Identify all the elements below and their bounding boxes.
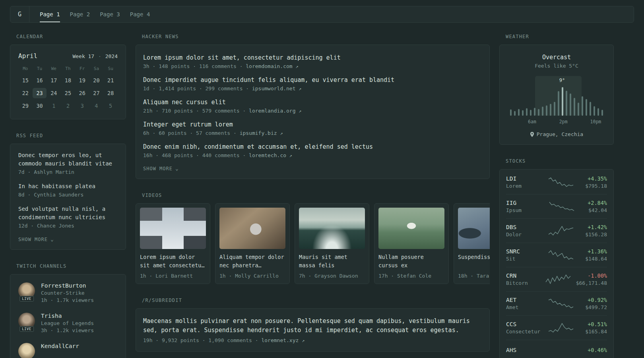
weather-bar xyxy=(534,108,535,116)
rss-item[interactable]: Donec tempor eros leo, ut commodo mauris… xyxy=(18,151,118,175)
hn-domain-link[interactable]: ipsumify.biz xyxy=(240,130,277,136)
rss-item-title: In hac habitasse platea xyxy=(18,182,118,191)
weather-bar xyxy=(526,108,528,116)
external-link-icon: ↗ xyxy=(289,153,292,158)
weather-location-label: Prague, Czechia xyxy=(537,131,583,137)
hn-item-title[interactable]: Donec enim nibh, condimentum et accumsan… xyxy=(143,143,373,150)
stock-row[interactable]: AET Amet +0.92% $499.72 xyxy=(506,292,607,316)
hn-meta-text: 16h · 468 points · 440 comments · xyxy=(143,152,246,158)
calendar-day-today: 23 xyxy=(33,88,47,98)
weekday-label: Th xyxy=(61,66,75,71)
weather-bar xyxy=(558,91,559,116)
weather-bar xyxy=(522,110,524,116)
stock-change: +0.46% xyxy=(588,347,607,353)
weather-hour-label: 10pm xyxy=(590,119,601,125)
dashboard-columns: CALENDAR April Week 17 · 2024 MoTuWeThFr… xyxy=(10,34,644,358)
twitch-widget: TWITCH CHANNELS LIVE ForrestBurton Count… xyxy=(10,263,126,358)
video-row: Lorem ipsum dolor sit amet consectetu… 1… xyxy=(136,203,490,284)
twitch-channel[interactable]: LIVE ForrestBurton Counter-Strike 1h · 1… xyxy=(18,282,118,303)
stock-id: IIG Ipsum xyxy=(506,200,543,213)
stock-sparkline xyxy=(548,323,574,333)
hn-domain-link[interactable]: loremlandia.org xyxy=(249,108,295,114)
video-meta: 17h · Stefan Cole xyxy=(378,273,444,279)
weather-bar xyxy=(601,110,603,116)
reddit-domain-link[interactable]: loremnet.xyz xyxy=(261,337,299,343)
stock-id: CRN Bitcorn xyxy=(506,272,543,286)
calendar-weekdays: MoTuWeThFrSaSu xyxy=(18,66,118,71)
weather-bar xyxy=(586,99,587,116)
stock-values: +1.42% $156.28 xyxy=(585,224,607,237)
weather-bar xyxy=(510,109,512,116)
twitch-channel[interactable]: KendallCarr xyxy=(18,343,118,358)
right-column: WEATHER Overcast Feels like 5°C 9° 6am2p… xyxy=(499,34,614,358)
section-title-rss: RSS FEED xyxy=(16,133,126,138)
hn-domain-link[interactable]: ipsumworld.net xyxy=(252,86,296,91)
rss-item-title: Donec tempor eros leo, ut commodo mauris… xyxy=(18,151,118,168)
section-title-subreddit: /R/SUBREDDIT xyxy=(142,298,490,303)
show-more-label: SHOW MORE xyxy=(143,166,173,171)
stock-name: Consectetur xyxy=(506,329,543,335)
stock-row[interactable]: IIG Ipsum +2.84% $42.04 xyxy=(506,195,607,219)
video-thumbnail xyxy=(458,208,490,249)
stock-change: +4.35% xyxy=(585,175,607,182)
rss-item[interactable]: Sed volutpat nulla nisl, a condimentum n… xyxy=(18,205,118,229)
hn-show-more-button[interactable]: SHOW MORE ⌄ xyxy=(143,165,179,172)
video-card[interactable]: Mauris sit amet massa felis 7h · Grayson… xyxy=(295,203,369,284)
hn-item-title[interactable]: Aliquam nec cursus elit xyxy=(143,99,226,106)
separator-dot: · xyxy=(97,53,102,59)
hn-domain-link[interactable]: loremtech.co xyxy=(249,152,286,158)
stock-values: +0.46% xyxy=(588,347,607,354)
twitch-channel[interactable]: LIVE Trisha League of Legends 3h · 1.2k … xyxy=(18,313,118,333)
video-card[interactable]: Nullam posuere cursus ex 17h · Stefan Co… xyxy=(374,203,449,284)
calendar-week-label: Week 17 xyxy=(72,53,94,59)
stock-id: LDI Lorem xyxy=(506,175,543,189)
hn-item-title[interactable]: Donec imperdiet augue tincidunt felis al… xyxy=(143,76,394,84)
hackernews-card: Lorem ipsum dolor sit amet, consectetur … xyxy=(136,45,490,179)
stock-row[interactable]: CRN Bitcorn -1.00% $66,171.48 xyxy=(506,267,607,292)
calendar-day: 5 xyxy=(103,101,118,111)
stock-price: $156.28 xyxy=(585,232,607,237)
stock-ticker: LDI xyxy=(506,175,543,182)
rss-item[interactable]: In hac habitasse platea 8d · Cynthia Sau… xyxy=(18,182,118,198)
external-link-icon: ↗ xyxy=(296,64,299,69)
tab-page-3[interactable]: Page 3 xyxy=(100,6,120,22)
calendar-day: 22 xyxy=(18,88,33,98)
stock-row[interactable]: CCS Consectetur +0.51% $165.84 xyxy=(506,316,607,340)
reddit-post-title[interactable]: Maecenas mollis pulvinar erat non posuer… xyxy=(143,317,470,334)
video-card[interactable]: Suspendisse diam 18h · Tara xyxy=(454,203,490,284)
hn-item-title[interactable]: Integer eget rutrum lorem xyxy=(143,121,233,128)
tab-page-1[interactable]: Page 1 xyxy=(40,6,60,22)
live-badge: LIVE xyxy=(19,296,34,302)
rss-item-meta: 7d · Ashlyn Martin xyxy=(18,169,118,175)
rss-item-meta: 12d · Chance Jones xyxy=(18,223,118,229)
channel-info: ForrestBurton Counter-Strike 1h · 1.7k v… xyxy=(41,282,94,303)
hn-meta-text: 6h · 60 points · 57 comments · xyxy=(143,130,237,136)
tab-page-2[interactable]: Page 2 xyxy=(70,6,90,22)
calendar-month: April xyxy=(18,52,37,60)
hn-item-title[interactable]: Lorem ipsum dolor sit amet, consectetur … xyxy=(143,54,341,61)
hn-meta-text: 3h · 148 points · 116 comments · xyxy=(143,63,242,69)
stock-values: +1.36% $148.64 xyxy=(585,248,607,262)
hn-domain-link[interactable]: loremdomain.com xyxy=(246,63,292,69)
stock-sparkline xyxy=(545,274,571,284)
rss-show-more-button[interactable]: SHOW MORE ⌄ xyxy=(18,236,54,243)
video-card[interactable]: Lorem ipsum dolor sit amet consectetu… 1… xyxy=(136,203,210,284)
stock-row[interactable]: LDI Lorem +4.35% $795.18 xyxy=(506,170,607,195)
stock-name: Amet xyxy=(506,304,543,310)
app-logo[interactable]: G xyxy=(10,6,29,22)
live-badge: LIVE xyxy=(19,326,34,332)
calendar-day: 28 xyxy=(103,88,118,98)
stock-row[interactable]: DBS Dolor +1.42% $156.28 xyxy=(506,219,607,243)
rss-widget: RSS FEED Donec tempor eros leo, ut commo… xyxy=(10,133,126,250)
weather-bar xyxy=(578,103,579,116)
stock-name: Ipsum xyxy=(506,207,543,213)
stock-row[interactable]: AHS +0.46% xyxy=(506,340,607,358)
tab-page-4[interactable]: Page 4 xyxy=(130,6,150,22)
weekday-label: Tu xyxy=(33,66,47,71)
weather-bar xyxy=(590,102,591,116)
stock-row[interactable]: SNRC Sit +1.36% $148.64 xyxy=(506,243,607,267)
hn-item: Donec imperdiet augue tincidunt felis al… xyxy=(143,76,482,91)
weekday-label: Mo xyxy=(18,66,33,71)
hn-item: Donec enim nibh, condimentum et accumsan… xyxy=(143,143,482,158)
video-card[interactable]: Aliquam tempor dolor nec pharetra… 1h · … xyxy=(215,203,290,284)
